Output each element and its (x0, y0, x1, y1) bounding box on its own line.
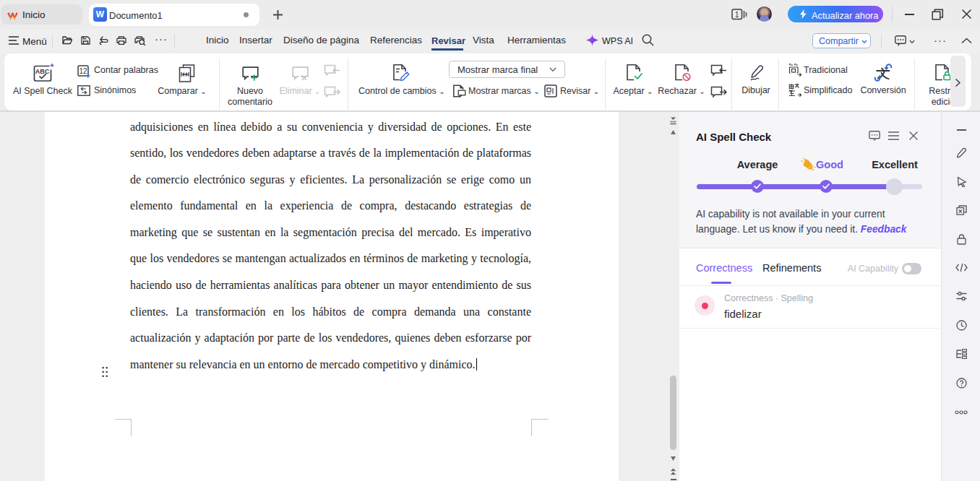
svg-text:1: 1 (735, 10, 739, 19)
svg-text:ABC: ABC (35, 68, 50, 75)
svg-text:12: 12 (79, 67, 87, 75)
